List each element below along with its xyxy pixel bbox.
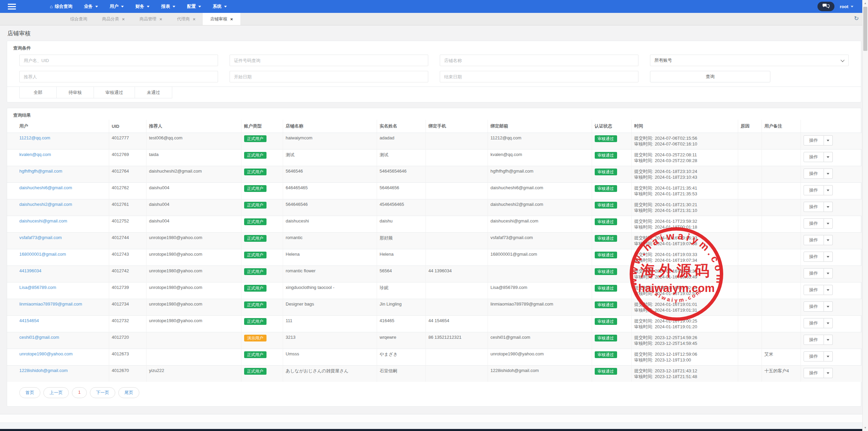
tab-商品分类[interactable]: 商品分类× bbox=[95, 13, 132, 25]
action-dropdown-button[interactable] bbox=[824, 301, 833, 312]
user-link[interactable]: vsfafaf73@gmail.com bbox=[19, 235, 62, 240]
action-button[interactable]: 操作 bbox=[804, 268, 824, 278]
tab-商品管理[interactable]: 商品管理× bbox=[132, 13, 170, 25]
nav-item-业务[interactable]: 业务 bbox=[78, 0, 104, 13]
nav-item-系统[interactable]: 系统 bbox=[207, 0, 233, 13]
close-icon[interactable]: × bbox=[230, 17, 233, 22]
action-button[interactable]: 操作 bbox=[804, 235, 824, 245]
cert-number-input[interactable] bbox=[230, 55, 428, 66]
pagination-1[interactable]: 1 bbox=[72, 387, 87, 398]
action-button[interactable]: 操作 bbox=[804, 301, 824, 312]
action-button[interactable]: 操作 bbox=[804, 218, 824, 229]
scrollbar-thumb[interactable] bbox=[863, 7, 867, 51]
user-link[interactable]: hgfhfhgfh@gmail.com bbox=[19, 169, 62, 174]
pagination-上一页[interactable]: 上一页 bbox=[43, 387, 69, 398]
action-button[interactable]: 操作 bbox=[804, 368, 824, 378]
close-icon[interactable]: × bbox=[122, 17, 125, 22]
user-link[interactable]: linmiaomiao789789@gmail.com bbox=[19, 301, 82, 307]
action-button[interactable]: 操作 bbox=[804, 202, 824, 212]
action-dropdown-button[interactable] bbox=[824, 318, 833, 328]
pagination-尾页[interactable]: 尾页 bbox=[118, 387, 139, 398]
tab-综合查询[interactable]: 综合查询 bbox=[63, 13, 95, 25]
action-dropdown-button[interactable] bbox=[824, 185, 833, 195]
action-dropdown-button[interactable] bbox=[824, 351, 833, 361]
action-dropdown-button[interactable] bbox=[824, 202, 833, 212]
user-link[interactable]: 44154654 bbox=[19, 318, 39, 323]
user-link[interactable]: unrotope1980@yahoo.com bbox=[19, 351, 73, 356]
filter-全部[interactable]: 全部 bbox=[19, 86, 57, 98]
action-button[interactable]: 操作 bbox=[804, 318, 824, 328]
action-dropdown-button[interactable] bbox=[824, 268, 833, 278]
action-dropdown-button[interactable] bbox=[824, 368, 833, 378]
close-icon[interactable]: × bbox=[160, 17, 162, 22]
pagination-首页[interactable]: 首页 bbox=[19, 387, 40, 398]
user-link[interactable]: Lisa@856789.com bbox=[19, 285, 56, 290]
username-uid-input[interactable] bbox=[19, 55, 218, 66]
filter-待审核[interactable]: 待审核 bbox=[57, 86, 94, 98]
refresh-icon[interactable]: ↻ bbox=[854, 16, 859, 21]
action-button[interactable]: 操作 bbox=[804, 185, 824, 195]
action-dropdown-button[interactable] bbox=[824, 285, 833, 295]
nav-item-财务[interactable]: 财务 bbox=[130, 0, 155, 13]
user-link[interactable]: 441396034 bbox=[19, 268, 41, 273]
hamburger-icon[interactable] bbox=[0, 0, 24, 13]
tab-代理商[interactable]: 代理商× bbox=[170, 13, 203, 25]
user-link[interactable]: daishuceshi@gmail.com bbox=[19, 218, 67, 223]
tab-店铺审核[interactable]: 店铺审核× bbox=[203, 13, 240, 25]
action-dropdown-button[interactable] bbox=[824, 335, 833, 345]
chat-button[interactable] bbox=[817, 2, 834, 11]
action-dropdown-button[interactable] bbox=[824, 169, 833, 179]
shop-name-input[interactable] bbox=[440, 55, 638, 66]
start-date-input[interactable] bbox=[230, 71, 428, 82]
filter-审核通过[interactable]: 审核通过 bbox=[94, 86, 135, 98]
tab-bar: 综合查询商品分类×商品管理×代理商×店铺审核× ↻ bbox=[0, 13, 862, 25]
close-icon[interactable]: × bbox=[193, 17, 196, 22]
time-cell: 提交时间:2024-01-16T19:01:01 审核时间:2024-01-16… bbox=[631, 299, 738, 316]
account-type-cell: 正式用户 bbox=[241, 316, 283, 332]
user-menu[interactable]: root bbox=[840, 4, 853, 9]
user-cell: 11212@qq.com bbox=[7, 133, 109, 150]
action-button[interactable]: 操作 bbox=[804, 169, 824, 179]
account-type-cell: 正式用户 bbox=[241, 216, 283, 233]
user-link[interactable]: kvalen@qq.com bbox=[19, 152, 51, 157]
audit-time-value: 2024-01-16T19:02:57 bbox=[655, 291, 697, 296]
action-button[interactable]: 操作 bbox=[804, 285, 824, 295]
shop-name-cell: daishuceshi bbox=[283, 216, 377, 233]
user-link[interactable]: daishucheshi2@gmail.com bbox=[19, 202, 72, 207]
search-button[interactable]: 查询 bbox=[650, 71, 770, 82]
user-link[interactable]: 1228ishidoh@gmail.com bbox=[19, 368, 68, 373]
account-type-badge: 正式用户 bbox=[244, 235, 267, 242]
nav-item-报表[interactable]: 报表 bbox=[155, 0, 181, 13]
account-type-select[interactable]: 所有账号 bbox=[650, 55, 849, 66]
end-date-input[interactable] bbox=[440, 71, 638, 82]
nav-item-配置[interactable]: 配置 bbox=[181, 0, 207, 13]
vertical-scrollbar[interactable]: ▲ ▼ bbox=[862, 0, 868, 431]
action-button[interactable]: 操作 bbox=[804, 351, 824, 361]
user-link[interactable]: 11212@qq.com bbox=[19, 135, 50, 140]
submit-time-label: 提交时间: bbox=[634, 185, 653, 191]
user-link[interactable]: daishucheshi6@gmail.com bbox=[19, 185, 72, 190]
home-icon: ⌂ bbox=[50, 4, 53, 9]
action-dropdown-button[interactable] bbox=[824, 252, 833, 262]
action-button[interactable]: 操作 bbox=[804, 252, 824, 262]
action-dropdown-button[interactable] bbox=[824, 135, 833, 145]
action-button[interactable]: 操作 bbox=[804, 152, 824, 162]
phone-cell: 44 1396034 bbox=[426, 266, 488, 282]
action-dropdown-button[interactable] bbox=[824, 235, 833, 245]
action-button[interactable]: 操作 bbox=[804, 135, 824, 145]
nav-item-用户[interactable]: 用户 bbox=[104, 0, 130, 13]
scroll-down-icon[interactable]: ▼ bbox=[863, 425, 868, 431]
action-dropdown-button[interactable] bbox=[824, 152, 833, 162]
submit-time-label: 提交时间: bbox=[634, 269, 653, 274]
nav-item-综合查询[interactable]: ⌂综合查询 bbox=[44, 0, 78, 13]
filter-未通过[interactable]: 未通过 bbox=[135, 86, 172, 98]
action-dropdown-button[interactable] bbox=[824, 218, 833, 229]
pagination-下一页[interactable]: 下一页 bbox=[90, 387, 115, 398]
referrer-input[interactable] bbox=[19, 71, 218, 82]
scroll-up-icon[interactable]: ▲ bbox=[863, 0, 868, 6]
remark-cell bbox=[762, 133, 801, 150]
action-button[interactable]: 操作 bbox=[804, 335, 824, 345]
status-cell: 审核通过 bbox=[592, 166, 631, 183]
user-link[interactable]: 168000001@gmail.com bbox=[19, 252, 66, 257]
user-link[interactable]: ceshi01@gmail.com bbox=[19, 335, 59, 340]
